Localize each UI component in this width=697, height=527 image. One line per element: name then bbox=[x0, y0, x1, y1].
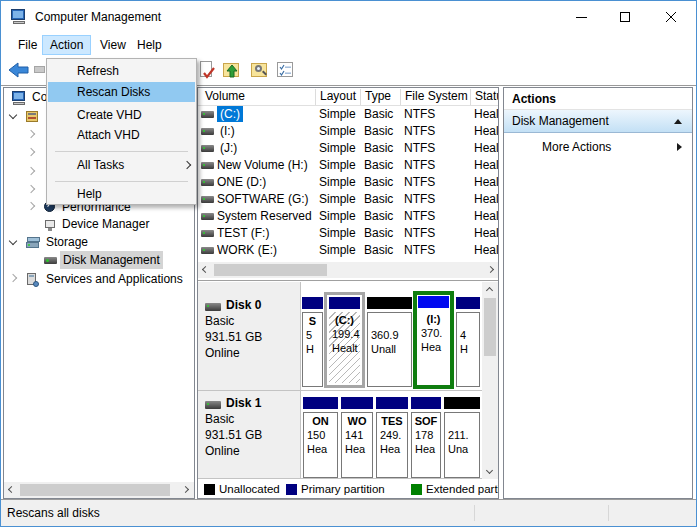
menu-bar: File Action View Help bbox=[1, 33, 696, 57]
chevron-collapsed-icon[interactable] bbox=[27, 130, 35, 138]
volume-table-horizontal-scrollbar[interactable] bbox=[198, 262, 498, 278]
chevron-collapsed-icon[interactable] bbox=[27, 202, 35, 210]
table-row[interactable]: TEST (F:) Simple Basic NTFS Healthy bbox=[197, 225, 498, 242]
menu-view[interactable]: View bbox=[95, 36, 131, 55]
partition-c-selected[interactable]: (C:) 199.4 Healt bbox=[324, 292, 365, 388]
disk-icon bbox=[205, 401, 221, 409]
title-bar: Computer Management bbox=[1, 1, 696, 33]
scrollbar-thumb[interactable] bbox=[20, 484, 170, 496]
volume-table-header: Volume Layout Type File System Status bbox=[198, 88, 498, 106]
disk-0-label-cell[interactable]: Disk 0 Basic 931.51 GB Online bbox=[198, 282, 301, 390]
tree-item-device-manager[interactable]: Device Manager bbox=[6, 215, 195, 233]
actions-section-disk-management[interactable]: Disk Management bbox=[504, 110, 692, 133]
chevron-collapsed-icon[interactable] bbox=[9, 274, 17, 282]
column-header-volume[interactable]: Volume bbox=[205, 88, 245, 105]
chevron-collapsed-icon[interactable] bbox=[27, 167, 35, 175]
chevron-collapsed-icon[interactable] bbox=[27, 148, 35, 156]
computer-management-window: Computer Management File Action View Hel… bbox=[0, 0, 697, 527]
partition[interactable]: (C:) 199.4 Healt bbox=[329, 312, 360, 383]
partition-stripe bbox=[302, 297, 323, 309]
partition[interactable]: (I:) 370. Hea bbox=[418, 311, 449, 383]
disk-icon bbox=[205, 303, 221, 311]
scrollbar-thumb[interactable] bbox=[484, 298, 496, 356]
legend-extended-swatch bbox=[411, 484, 422, 495]
services-icon bbox=[26, 273, 40, 287]
chevron-expanded-icon[interactable] bbox=[9, 237, 17, 245]
partition-i-selected[interactable]: (I:) 370. Hea bbox=[413, 291, 454, 389]
search-folder-icon[interactable] bbox=[251, 61, 269, 79]
export-folder-icon[interactable] bbox=[223, 61, 241, 79]
menu-separator bbox=[55, 151, 188, 152]
properties-list-icon[interactable] bbox=[277, 61, 295, 79]
help-doc-icon[interactable] bbox=[199, 61, 215, 79]
column-header-layout[interactable]: Layout bbox=[320, 88, 356, 105]
volume-icon bbox=[201, 111, 214, 118]
storage-icon bbox=[26, 236, 41, 249]
minimize-button[interactable] bbox=[567, 1, 597, 31]
scrollbar-thumb[interactable] bbox=[214, 264, 327, 276]
menu-item-create-vhd[interactable]: Create VHD bbox=[48, 105, 195, 125]
partition-stripe bbox=[376, 397, 408, 409]
menu-item-refresh[interactable]: Refresh bbox=[48, 61, 195, 81]
column-header-status[interactable]: Status bbox=[475, 88, 499, 105]
chevron-collapsed-icon[interactable] bbox=[27, 185, 35, 193]
column-header-file-system[interactable]: File System bbox=[405, 88, 468, 105]
partition-stripe bbox=[367, 297, 412, 309]
partition[interactable]: 360.9 Unall bbox=[367, 312, 412, 387]
actions-pane: Actions Disk Management More Actions bbox=[503, 87, 693, 499]
table-row[interactable]: (I:) Simple Basic NTFS Healthy bbox=[197, 123, 498, 140]
volume-icon bbox=[201, 196, 214, 203]
partition[interactable]: SOF 178 Hea bbox=[411, 412, 441, 478]
menu-item-all-tasks[interactable]: All Tasks bbox=[48, 155, 195, 175]
menu-action[interactable]: Action bbox=[42, 35, 91, 55]
menu-help[interactable]: Help bbox=[132, 36, 167, 55]
menu-item-attach-vhd[interactable]: Attach VHD bbox=[48, 125, 195, 145]
menu-separator bbox=[55, 181, 188, 182]
disk-area-vertical-scrollbar[interactable] bbox=[482, 282, 498, 479]
table-row[interactable]: New Volume (H:) Simple Basic NTFS Health… bbox=[197, 157, 498, 174]
volume-icon bbox=[201, 128, 214, 135]
disk-1-label-cell[interactable]: Disk 1 Basic 931.51 GB Online bbox=[198, 391, 301, 478]
device-manager-icon bbox=[44, 218, 57, 231]
table-row[interactable]: System Reserved Simple Basic NTFS Health… bbox=[197, 208, 498, 225]
legend-unallocated-swatch bbox=[204, 484, 215, 495]
maximize-button[interactable] bbox=[611, 1, 641, 31]
column-header-type[interactable]: Type bbox=[365, 88, 391, 105]
disk-management-icon bbox=[44, 254, 58, 267]
partition-stripe bbox=[341, 397, 373, 409]
partition[interactable]: ON 150 Hea bbox=[303, 412, 338, 478]
menu-item-help[interactable]: Help bbox=[48, 184, 195, 204]
legend: Unallocated Primary partition Extended p… bbox=[198, 482, 498, 498]
table-row[interactable]: SOFTWARE (G:) Simple Basic NTFS Healthy bbox=[197, 191, 498, 208]
forward-button[interactable] bbox=[34, 66, 45, 73]
table-row[interactable]: ONE (D:) Simple Basic NTFS Healthy bbox=[197, 174, 498, 191]
system-tools-icon bbox=[26, 110, 40, 123]
actions-header: Actions bbox=[504, 88, 692, 110]
table-row[interactable]: (C:) Simple Basic NTFS Healthy bbox=[197, 106, 498, 123]
chevron-expanded-icon[interactable] bbox=[9, 111, 17, 119]
legend-primary-swatch bbox=[286, 484, 297, 495]
more-actions-item[interactable]: More Actions bbox=[504, 133, 692, 159]
menu-item-rescan-disks[interactable]: Rescan Disks bbox=[48, 82, 195, 102]
tree-item-disk-management[interactable]: Disk Management bbox=[6, 251, 195, 269]
collapse-icon[interactable] bbox=[674, 119, 682, 124]
back-button[interactable] bbox=[7, 60, 31, 80]
partition[interactable]: 4 H bbox=[456, 312, 480, 387]
window-title: Computer Management bbox=[35, 10, 161, 24]
partition[interactable]: S 5 H bbox=[302, 312, 323, 387]
partition[interactable]: TES 249. Hea bbox=[376, 412, 408, 478]
table-row[interactable]: WORK (E:) Simple Basic NTFS Healthy bbox=[197, 242, 498, 259]
partition-stripe bbox=[329, 297, 360, 309]
tree-horizontal-scrollbar[interactable] bbox=[4, 482, 194, 498]
submenu-arrow-icon bbox=[677, 143, 682, 151]
menu-file[interactable]: File bbox=[13, 36, 42, 55]
volume-icon bbox=[201, 230, 214, 237]
computer-icon bbox=[12, 91, 28, 105]
partition[interactable]: 211. Una bbox=[444, 412, 480, 478]
volume-icon bbox=[201, 179, 214, 186]
close-button[interactable] bbox=[656, 1, 690, 31]
tree-item-storage[interactable]: Storage bbox=[6, 233, 195, 251]
table-row[interactable]: (J:) Simple Basic NTFS Healthy bbox=[197, 140, 498, 157]
tree-item-services-and-applications[interactable]: Services and Applications bbox=[6, 270, 195, 288]
partition[interactable]: WO 141 Hea bbox=[341, 412, 373, 478]
